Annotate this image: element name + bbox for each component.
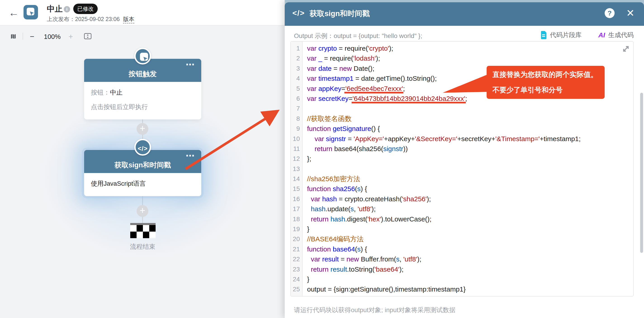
line-number: 2: [291, 54, 302, 63]
line-number: 17: [291, 204, 302, 214]
callout-line1: 直接替换为您获取的两个实际值。: [492, 70, 599, 79]
code-icon: </>: [292, 8, 305, 18]
modified-badge: 已修改: [73, 4, 98, 14]
line-number: 24: [291, 274, 302, 284]
code-line[interactable]: [307, 104, 631, 114]
line-number: 5: [291, 84, 302, 94]
toolbar-divider: [22, 32, 23, 40]
version-link[interactable]: 版本: [123, 16, 134, 24]
zoom-out-button[interactable]: −: [30, 32, 34, 41]
line-number: 21: [291, 244, 302, 254]
flag-cell: [143, 225, 149, 232]
code-line[interactable]: var signstr = 'AppKey='+appKey+'&SecretK…: [307, 134, 631, 144]
code-line[interactable]: var _ = require('lodash');: [307, 54, 631, 63]
ai-icon: AI: [598, 31, 605, 39]
zoom-level: 100%: [44, 33, 60, 40]
line-number: 9: [291, 124, 302, 134]
flag-cell: [149, 225, 156, 232]
button-label: 按钮：: [91, 89, 110, 96]
button-value: 中止: [110, 89, 122, 96]
callout-line2: 不要少了单引号和分号: [492, 86, 599, 94]
line-number: 3: [291, 64, 302, 74]
line-number: 12: [291, 154, 302, 164]
fit-view-icon[interactable]: [84, 33, 92, 40]
code-line[interactable]: }: [307, 274, 631, 284]
add-step-button[interactable]: +: [136, 123, 148, 135]
line-number: 8: [291, 114, 302, 124]
add-step-button[interactable]: +: [136, 205, 148, 217]
end-flag-icon: [130, 223, 156, 238]
page-title: 中止: [47, 4, 63, 14]
code-line[interactable]: //sha256加密方法: [307, 174, 631, 184]
code-line[interactable]: function getSignature() {: [307, 124, 631, 134]
line-number: 16: [291, 194, 302, 204]
panel-header: </> 获取sign和时间戳 ? ✕: [285, 2, 644, 26]
code-line[interactable]: };: [307, 154, 631, 164]
panel-title: 获取sign和时间戳: [310, 8, 370, 19]
line-number: 13: [291, 164, 302, 174]
line-number: 1: [291, 44, 302, 54]
line-number: 11: [291, 144, 302, 154]
back-button[interactable]: ←: [8, 6, 19, 19]
flag-cell: [136, 225, 143, 232]
node-body: 使用JavaScript语言: [84, 173, 201, 196]
snippet-library-label: 代码片段库: [550, 31, 582, 39]
code-node-icon: </>: [134, 139, 151, 156]
code-line[interactable]: //BASE64编码方法: [307, 234, 631, 244]
code-line[interactable]: return base64(sha256(signstr)): [307, 144, 631, 154]
close-icon[interactable]: ✕: [626, 8, 634, 18]
annotation-callout: 直接替换为您获取的两个实际值。 不要少了单引号和分号: [486, 66, 605, 99]
output-row: Output 示例：output = {output: "hello world…: [294, 29, 634, 42]
snippet-library-button[interactable]: 代码片段库: [540, 31, 582, 39]
code-line[interactable]: //获取签名函数: [307, 114, 631, 124]
node-menu-button[interactable]: ⋯: [186, 59, 195, 70]
side-panel-backdrop: </> 获取sign和时间戳 ? ✕ Output 示例：output = {o…: [285, 0, 644, 318]
output-example: Output 示例：output = {output: "hello world…: [294, 32, 422, 40]
expand-icon[interactable]: [622, 44, 630, 54]
line-number: 25: [291, 284, 302, 294]
code-line[interactable]: var hash = crypto.createHash('sha256');: [307, 194, 631, 204]
flag-pole: [130, 223, 156, 225]
node-get-sign[interactable]: </> 获取sign和时间戳 ⋯ 使用JavaScript语言: [84, 150, 201, 196]
line-number: 6: [291, 94, 302, 104]
flag-cell: [149, 232, 156, 238]
publish-time: 上次发布：2025-09-02 23:06: [47, 16, 120, 22]
trigger-description: 点击按钮后立即执行: [91, 103, 194, 111]
minimap-icon[interactable]: [10, 33, 17, 40]
zoom-in-button[interactable]: +: [68, 32, 73, 41]
node-button-trigger[interactable]: ➤ 按钮触发 ⋯ 按钮：中止 点击按钮后立即执行: [84, 59, 201, 120]
line-number: 15: [291, 184, 302, 194]
flag-cell: [130, 232, 136, 238]
code-panel: </> 获取sign和时间戳 ? ✕ Output 示例：output = {o…: [285, 2, 644, 318]
code-line[interactable]: output = {sign:getSignature(),timestamp:…: [307, 284, 631, 294]
code-line[interactable]: function base64(s) {: [307, 244, 631, 254]
line-number: 19: [291, 224, 302, 234]
panel-scrollbar[interactable]: [640, 93, 643, 253]
line-number: 18: [291, 214, 302, 224]
code-line[interactable]: hash.update(s, 'utf8');: [307, 204, 631, 214]
node-language: 使用JavaScript语言: [91, 179, 194, 188]
flow-end-label: 流程结束: [105, 242, 180, 251]
code-line[interactable]: return result.toString('base64');: [307, 264, 631, 274]
node-menu-button[interactable]: ⋯: [186, 150, 195, 161]
code-line[interactable]: [307, 164, 631, 174]
help-icon[interactable]: ?: [605, 8, 614, 18]
code-line[interactable]: }: [307, 224, 631, 234]
code-line[interactable]: return hash.digest('hex').toLowerCase();: [307, 214, 631, 224]
gutter: 1234567891011121314151617181920212223242…: [291, 42, 302, 296]
code-line[interactable]: var crypto = require('crypto');: [307, 44, 631, 54]
line-number: 22: [291, 254, 302, 264]
line-number: 23: [291, 264, 302, 274]
code-line[interactable]: function sha256(s) {: [307, 184, 631, 194]
run-hint: 请运行代码块以获得output对象; input对象将采用测试数据: [294, 306, 456, 314]
code-line[interactable]: var result = new Buffer.from(s, 'utf8');: [307, 254, 631, 264]
ai-generate-button[interactable]: AI 生成代码: [598, 31, 634, 39]
app-icon: ➤: [24, 5, 38, 20]
publish-info: 上次发布：2025-09-02 23:06 版本: [47, 16, 134, 23]
node-body: 按钮：中止 点击按钮后立即执行: [84, 82, 201, 120]
line-number: 4: [291, 74, 302, 84]
top-bar: ← ➤ 中止 i 已修改 上次发布：2025-09-02 23:06 版本: [0, 0, 285, 26]
button-trigger-icon: ➤: [134, 48, 151, 64]
document-icon: [540, 31, 547, 39]
info-icon[interactable]: i: [64, 6, 70, 12]
